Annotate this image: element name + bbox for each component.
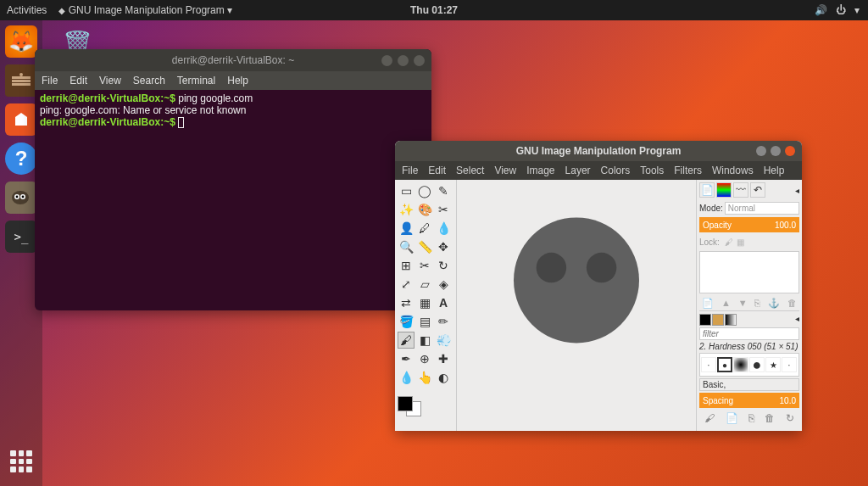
tool-paths[interactable]: 🖊 (416, 220, 433, 237)
tool-scissors[interactable]: ✂ (435, 201, 452, 218)
brush-item[interactable] (733, 357, 748, 372)
minimize-button[interactable] (381, 55, 392, 66)
tool-smudge[interactable]: 👆 (416, 369, 433, 386)
gimp-titlebar[interactable]: GNU Image Manipulation Program (395, 141, 802, 161)
opacity-slider[interactable]: Opacity 100.0 (699, 217, 799, 232)
tab-gradients[interactable] (725, 314, 737, 326)
maximize-button[interactable] (398, 55, 409, 66)
tool-blend[interactable]: ▤ (416, 313, 433, 330)
menu-help[interactable]: Help (764, 165, 785, 176)
lock-alpha-icon[interactable]: ▦ (737, 237, 744, 247)
menu-edit[interactable]: Edit (428, 165, 446, 176)
tool-align[interactable]: ⊞ (398, 257, 415, 274)
tool-color-select[interactable]: 🎨 (416, 201, 433, 218)
tool-fuzzy-select[interactable]: ✨ (398, 201, 415, 218)
menu-terminal[interactable]: Terminal (177, 75, 215, 87)
menu-colors[interactable]: Colors (601, 165, 631, 176)
chevron-down-icon[interactable]: ▾ (854, 4, 860, 16)
menu-help[interactable]: Help (227, 75, 248, 87)
tool-ink[interactable]: ✒ (398, 350, 415, 367)
menu-image[interactable]: Image (526, 165, 554, 176)
tool-rect-select[interactable]: ▭ (398, 182, 415, 199)
menu-filters[interactable]: Filters (674, 165, 702, 176)
menu-search[interactable]: Search (133, 75, 165, 87)
tool-airbrush[interactable]: 💨 (435, 332, 452, 349)
close-button[interactable] (785, 146, 795, 156)
tool-shear[interactable]: ▱ (416, 276, 433, 293)
layer-duplicate-icon[interactable]: ⎘ (754, 298, 760, 309)
tool-pencil[interactable]: ✏ (435, 313, 452, 330)
brush-item[interactable]: · (782, 357, 797, 372)
show-applications[interactable] (5, 445, 37, 478)
mode-select[interactable]: Normal (725, 202, 799, 215)
tool-blur[interactable]: 💧 (398, 369, 415, 386)
menu-view[interactable]: View (494, 165, 516, 176)
brush-item[interactable]: ● (749, 357, 765, 372)
brush-item[interactable]: ★ (765, 357, 781, 372)
tool-measure[interactable]: 📏 (416, 238, 433, 255)
layer-up-icon[interactable]: ▲ (721, 298, 731, 309)
tool-move[interactable]: ✥ (435, 238, 452, 255)
menu-select[interactable]: Select (456, 165, 484, 176)
tab-paths[interactable]: 〰 (733, 182, 748, 198)
tab-channels[interactable] (716, 182, 732, 198)
layer-down-icon[interactable]: ▼ (738, 298, 748, 309)
dock-firefox[interactable]: 🦊 (5, 25, 37, 58)
brush-refresh-icon[interactable]: ↻ (786, 412, 794, 424)
close-button[interactable] (414, 55, 425, 66)
panel-menu-icon[interactable]: ◂ (795, 186, 799, 195)
brush-duplicate-icon[interactable]: ⎘ (748, 412, 754, 424)
tool-free-select[interactable]: ✎ (435, 182, 452, 199)
power-icon[interactable]: ⏻ (836, 4, 846, 16)
terminal-titlebar[interactable]: derrik@derrik-VirtualBox: ~ (35, 49, 431, 71)
maximize-button[interactable] (771, 146, 781, 156)
tab-layers[interactable]: 📄 (699, 182, 715, 198)
tool-foreground[interactable]: 👤 (398, 220, 415, 237)
tool-text[interactable]: A (435, 294, 452, 311)
lock-pixels-icon[interactable]: 🖌 (725, 237, 733, 247)
tool-heal[interactable]: ✚ (435, 350, 452, 367)
tool-zoom[interactable]: 🔍 (398, 238, 415, 255)
foreground-color[interactable] (398, 396, 413, 411)
brush-grid[interactable]: · ● ● ★ · (699, 353, 799, 377)
volume-icon[interactable]: 🔊 (815, 4, 827, 16)
tool-cage[interactable]: ▦ (416, 294, 433, 311)
dock-files[interactable] (5, 64, 37, 97)
tool-paintbrush[interactable]: 🖌 (398, 332, 415, 349)
menu-edit[interactable]: Edit (70, 75, 87, 87)
tab-undo[interactable]: ↶ (750, 182, 765, 198)
color-swatches[interactable] (398, 391, 431, 416)
brush-edit-icon[interactable]: 🖌 (704, 412, 715, 424)
tool-ellipse-select[interactable]: ◯ (416, 182, 433, 199)
activities-button[interactable]: Activities (7, 4, 47, 16)
app-menu[interactable]: ◆ GNU Image Manipulation Program ▾ (58, 4, 232, 16)
panel-menu-icon[interactable]: ◂ (795, 314, 799, 326)
tool-eraser[interactable]: ◧ (416, 332, 433, 349)
dock-help[interactable]: ? (5, 142, 37, 175)
menu-tools[interactable]: Tools (640, 165, 664, 176)
minimize-button[interactable] (756, 146, 766, 156)
layer-list[interactable] (699, 251, 799, 293)
menu-windows[interactable]: Windows (712, 165, 754, 176)
tool-bucket[interactable]: 🪣 (398, 313, 415, 330)
brush-item[interactable]: · (701, 357, 716, 372)
tool-rotate[interactable]: ↻ (435, 257, 452, 274)
dock-gimp[interactable] (5, 182, 37, 214)
layer-anchor-icon[interactable]: ⚓ (768, 298, 780, 309)
tool-dodge[interactable]: ◐ (435, 369, 452, 386)
brush-delete-icon[interactable]: 🗑 (765, 412, 775, 424)
menu-view[interactable]: View (99, 75, 121, 87)
tool-flip[interactable]: ⇄ (398, 294, 415, 311)
dock-terminal[interactable]: >_ (5, 221, 37, 253)
spacing-slider[interactable]: Spacing 10.0 (699, 393, 799, 408)
brush-new-icon[interactable]: 📄 (726, 412, 738, 424)
dock-software[interactable] (5, 103, 37, 136)
brush-item[interactable]: ● (717, 357, 732, 372)
menu-layer[interactable]: Layer (565, 165, 591, 176)
tool-perspective[interactable]: ◈ (435, 276, 452, 293)
tab-brushes[interactable] (699, 314, 711, 326)
menu-file[interactable]: File (402, 165, 418, 176)
clock[interactable]: Thu 01:27 (410, 4, 458, 16)
tool-clone[interactable]: ⊕ (416, 350, 433, 367)
terminal-body[interactable]: derrik@derrik-VirtualBox:~$ ping google.… (35, 90, 431, 131)
